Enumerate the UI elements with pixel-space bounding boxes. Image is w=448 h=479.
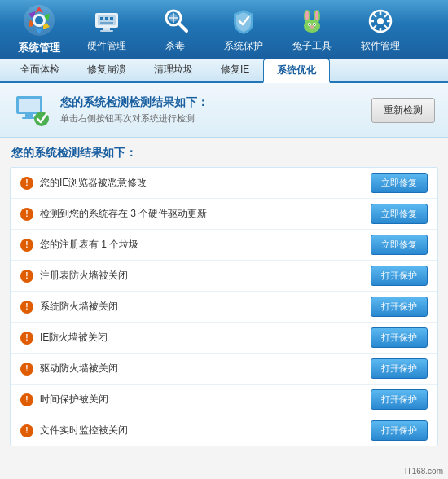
svg-rect-6	[100, 30, 113, 32]
protect-button[interactable]: 打开保护	[371, 297, 428, 317]
result-left: !系统防火墙被关闭	[20, 300, 371, 314]
result-text: 检测到您的系统存在 3 个硬件驱动更新	[40, 207, 207, 221]
result-text: 您的IE浏览器被恶意修改	[40, 176, 147, 190]
svg-line-33	[384, 25, 388, 29]
warning-icon: !	[20, 208, 33, 221]
result-item: !文件实时监控被关闭打开保护	[11, 415, 437, 446]
result-text: 系统防火墙被关闭	[40, 300, 118, 314]
warning-icon: !	[20, 363, 33, 376]
result-left: !文件实时监控被关闭	[20, 424, 371, 437]
svg-point-24	[314, 24, 315, 25]
nav-kill-label: 杀毒	[165, 39, 185, 53]
nav-rabbit-label: 兔子工具	[292, 39, 332, 53]
nav-hardware-label: 硬件管理	[87, 39, 126, 53]
tab-bar: 全面体检 修复崩溃 清理垃圾 修复IE 系统优化	[0, 59, 448, 83]
nav-software[interactable]: 软件管理	[347, 4, 414, 55]
tab-repair-crash[interactable]: 修复崩溃	[73, 58, 140, 81]
tab-repair-ie[interactable]: 修复IE	[207, 58, 263, 81]
result-item: !驱动防火墙被关闭打开保护	[11, 354, 437, 385]
warning-icon: !	[20, 177, 33, 190]
result-text: IE防火墙被关闭	[40, 331, 108, 345]
result-text: 注册表防火墙被关闭	[40, 269, 128, 283]
svg-point-25	[310, 25, 314, 29]
watermark: IT168.com	[405, 467, 443, 476]
warning-icon: !	[20, 239, 33, 252]
warning-icon: !	[20, 270, 33, 283]
svg-rect-38	[25, 114, 33, 117]
top-navigation: 系统管理 硬件管理	[0, 0, 448, 59]
nav-kill[interactable]: 杀毒	[142, 4, 209, 55]
result-text: 驱动防火墙被关闭	[40, 362, 118, 376]
svg-point-20	[315, 11, 318, 20]
svg-rect-7	[100, 17, 103, 20]
result-list: !您的IE浏览器被恶意修改立即修复!检测到您的系统存在 3 个硬件驱动更新立即修…	[10, 167, 438, 446]
result-left: !您的注册表有 1 个垃圾	[20, 238, 371, 252]
nav-rabbit[interactable]: 兔子工具	[279, 4, 345, 55]
section-title: 您的系统检测结果如下：	[10, 146, 438, 160]
svg-point-27	[377, 18, 384, 24]
logo-label: 系统管理	[18, 41, 60, 55]
result-left: !驱动防火墙被关闭	[20, 362, 371, 376]
protect-icon	[229, 7, 258, 36]
result-left: !时间保护被关闭	[20, 393, 371, 406]
rabbit-icon	[297, 7, 327, 36]
result-item: !时间保护被关闭打开保护	[11, 385, 437, 415]
summary-subtitle: 单击右侧按钮再次对系统进行检测	[60, 112, 209, 125]
protect-button[interactable]: 打开保护	[371, 420, 428, 441]
svg-line-34	[384, 14, 388, 17]
result-text: 文件实时监控被关闭	[40, 424, 128, 437]
svg-rect-8	[105, 17, 108, 20]
recheck-button[interactable]: 重新检测	[371, 98, 435, 123]
warning-icon: !	[20, 393, 33, 406]
result-left: !注册表防火墙被关闭	[20, 269, 371, 283]
summary-title: 您的系统检测检测结果如下：	[60, 95, 209, 110]
svg-rect-9	[110, 17, 113, 20]
tab-clean-junk[interactable]: 清理垃圾	[140, 58, 207, 81]
protect-button[interactable]: 打开保护	[371, 266, 428, 286]
fix-button[interactable]: 立即修复	[371, 173, 428, 193]
result-left: !检测到您的系统存在 3 个硬件驱动更新	[20, 207, 371, 221]
main-content: 您的系统检测结果如下： !您的IE浏览器被恶意修改立即修复!检测到您的系统存在 …	[0, 138, 448, 479]
tab-sys-optimize[interactable]: 系统优化	[263, 59, 330, 83]
software-icon	[366, 7, 395, 36]
nav-software-label: 软件管理	[361, 39, 400, 53]
kill-icon	[160, 7, 190, 36]
summary-banner: 您的系统检测检测结果如下： 单击右侧按钮再次对系统进行检测 重新检测	[0, 83, 448, 138]
result-left: !IE防火墙被关闭	[20, 331, 371, 345]
warning-icon: !	[20, 424, 33, 437]
tab-full-check[interactable]: 全面体检	[7, 58, 73, 81]
protect-button[interactable]: 打开保护	[371, 327, 428, 348]
fix-button[interactable]: 立即修复	[371, 235, 428, 255]
svg-line-32	[373, 14, 376, 17]
summary-check-icon	[13, 91, 51, 129]
nav-protect[interactable]: 系统保护	[210, 4, 277, 55]
result-text: 您的注册表有 1 个垃圾	[40, 238, 138, 252]
svg-rect-10	[100, 22, 113, 24]
fix-button[interactable]: 立即修复	[371, 204, 428, 224]
svg-point-19	[305, 11, 309, 20]
hardware-icon	[92, 7, 121, 36]
svg-point-23	[309, 24, 310, 25]
protect-button[interactable]: 打开保护	[371, 389, 428, 410]
result-item: !系统防火墙被关闭打开保护	[11, 292, 437, 323]
summary-text: 您的系统检测检测结果如下： 单击右侧按钮再次对系统进行检测	[60, 95, 209, 125]
summary-left: 您的系统检测检测结果如下： 单击右侧按钮再次对系统进行检测	[13, 91, 209, 129]
nav-hardware[interactable]: 硬件管理	[73, 4, 140, 55]
result-item: !IE防火墙被关闭打开保护	[11, 323, 437, 354]
protect-button[interactable]: 打开保护	[371, 358, 428, 379]
result-item: !注册表防火墙被关闭打开保护	[11, 261, 437, 292]
result-item: !您的IE浏览器被恶意修改立即修复	[11, 168, 437, 199]
result-text: 时间保护被关闭	[40, 393, 108, 406]
warning-icon: !	[20, 301, 33, 314]
result-item: !检测到您的系统存在 3 个硬件驱动更新立即修复	[11, 199, 437, 230]
svg-line-35	[373, 25, 376, 29]
svg-line-12	[179, 24, 187, 31]
result-item: !您的注册表有 1 个垃圾立即修复	[11, 230, 437, 261]
app-logo: 系统管理	[7, 3, 72, 55]
logo-icon	[22, 3, 56, 37]
nav-protect-label: 系统保护	[224, 39, 263, 53]
warning-icon: !	[20, 332, 33, 345]
result-left: !您的IE浏览器被恶意修改	[20, 176, 371, 190]
svg-rect-5	[103, 28, 110, 30]
svg-rect-37	[19, 99, 40, 112]
